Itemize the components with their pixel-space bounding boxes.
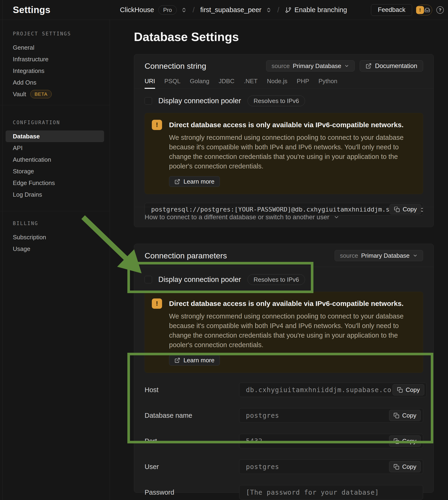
notifications-button[interactable]: !	[416, 5, 432, 15]
plan-badge: Pro	[158, 5, 177, 15]
warning-title: Direct database access is only available…	[169, 298, 416, 309]
sidebar-item-general[interactable]: General	[6, 42, 104, 53]
sidebar-item-api[interactable]: API	[6, 142, 104, 154]
learn-more-button[interactable]: Learn more	[169, 355, 220, 366]
learn-more-button[interactable]: Learn more	[169, 176, 220, 187]
chevron-down-icon	[334, 214, 339, 220]
external-link-icon	[175, 179, 180, 184]
display-connection-pooler-checkbox[interactable]	[144, 276, 152, 283]
port-label: Port	[144, 437, 239, 445]
tab-psql[interactable]: PSQL	[164, 78, 180, 88]
copy-icon	[394, 464, 399, 470]
user-value: postgres	[246, 463, 279, 471]
source-select-label: source	[272, 63, 290, 70]
sidebar-item-storage[interactable]: Storage	[6, 166, 104, 177]
copy-host-button[interactable]: Copy	[393, 384, 424, 395]
org-selector-chevrons-icon[interactable]	[181, 7, 187, 13]
copy-user-button[interactable]: Copy	[389, 461, 421, 472]
ipv6-warning-callout: ! Direct database access is only availab…	[144, 113, 423, 194]
breadcrumb-separator: /	[191, 6, 196, 14]
documentation-button[interactable]: Documentation	[360, 60, 423, 71]
database-name-row: Database name postgres Copy	[144, 408, 423, 423]
sidebar-item-authentication[interactable]: Authentication	[6, 154, 104, 166]
app-window: Settings ClickHouse Pro / first_supabase…	[0, 0, 448, 500]
password-row: Password [The password for your database…	[144, 485, 423, 500]
source-select[interactable]: source Primary Database	[335, 250, 423, 261]
chevron-down-icon	[413, 253, 418, 258]
connect-help-expander[interactable]: How to connect to a different database o…	[134, 207, 433, 227]
tab-jdbc[interactable]: JDBC	[219, 78, 235, 88]
sidebar-item-edge-functions[interactable]: Edge Functions	[6, 177, 104, 189]
user-label: User	[144, 463, 239, 471]
enable-branching-label: Enable branching	[295, 6, 347, 14]
copy-icon	[394, 413, 399, 418]
connection-string-card: Connection string source Primary Databas…	[134, 54, 434, 227]
connection-parameters-card: Connection parameters source Primary Dat…	[134, 244, 434, 493]
password-placeholder: [The password for your database]	[246, 489, 379, 496]
connection-string-tabs: URI PSQL Golang JDBC .NET Node.js PHP Py…	[134, 71, 433, 88]
resolves-to-ipv6-badge: Resolves to IPv6	[248, 96, 305, 106]
port-field[interactable]: 5432 Copy	[239, 434, 423, 448]
ipv6-warning-callout: ! Direct database access is only availab…	[144, 292, 423, 373]
warning-icon: !	[152, 299, 162, 309]
connection-parameters-title: Connection parameters	[144, 251, 227, 260]
settings-sidebar: PROJECT SETTINGS General Infrastructure …	[0, 20, 110, 500]
port-value: 5432	[246, 437, 262, 445]
tab-uri[interactable]: URI	[144, 78, 155, 88]
tab-dotnet[interactable]: .NET	[244, 78, 257, 88]
sidebar-item-infrastructure[interactable]: Infrastructure	[6, 53, 104, 65]
sidebar-item-integrations[interactable]: Integrations	[6, 65, 104, 77]
sidebar-section-billing: BILLING	[13, 221, 110, 226]
project-selector-chevrons-icon[interactable]	[266, 7, 272, 13]
sidebar-section-configuration: CONFIGURATION	[13, 120, 110, 125]
password-field[interactable]: [The password for your database]	[239, 485, 423, 500]
tab-golang[interactable]: Golang	[190, 78, 209, 88]
connection-parameter-fields: Host db.cxhygiuitamxhniiddjm.supabase.co…	[134, 383, 433, 500]
sidebar-item-subscription[interactable]: Subscription	[6, 231, 104, 243]
host-value: db.cxhygiuitamxhniiddjm.supabase.co	[246, 386, 391, 394]
warning-icon: !	[152, 120, 162, 130]
password-label: Password	[144, 489, 239, 496]
tab-nodejs[interactable]: Node.js	[267, 78, 287, 88]
help-icon[interactable]: ?	[436, 6, 444, 14]
top-header: Settings ClickHouse Pro / first_supabase…	[0, 0, 448, 20]
sidebar-item-database[interactable]: Database	[6, 131, 104, 142]
copy-icon	[394, 438, 399, 444]
enable-branching-button[interactable]: Enable branching	[285, 6, 347, 14]
copy-icon	[397, 387, 403, 393]
sidebar-item-log-drains[interactable]: Log Drains	[6, 189, 104, 200]
resolves-to-ipv6-badge: Resolves to IPv6	[248, 274, 305, 285]
user-field[interactable]: postgres Copy	[239, 459, 423, 474]
database-name-value: postgres	[246, 412, 279, 419]
org-name[interactable]: ClickHouse	[120, 6, 154, 14]
tab-php[interactable]: PHP	[297, 78, 309, 88]
sidebar-item-vault[interactable]: Vault BETA	[6, 88, 104, 100]
copy-database-name-button[interactable]: Copy	[389, 410, 421, 421]
host-field[interactable]: db.cxhygiuitamxhniiddjm.supabase.co Copy	[239, 383, 427, 397]
inbox-tray-icon	[424, 7, 430, 13]
sidebar-section-project-settings: PROJECT SETTINGS	[13, 31, 110, 37]
host-label: Host	[144, 386, 239, 394]
tab-python[interactable]: Python	[319, 78, 337, 88]
breadcrumb-separator: /	[276, 6, 281, 14]
page-title-settings: Settings	[13, 5, 50, 15]
source-select[interactable]: source Primary Database	[266, 60, 355, 71]
header-actions: Feedback ! ?	[371, 0, 444, 20]
feedback-button[interactable]: Feedback	[371, 4, 412, 16]
display-connection-pooler-label: Display connection pooler	[158, 275, 241, 284]
external-link-icon	[366, 63, 372, 69]
source-select-value: Primary Database	[361, 252, 410, 259]
database-name-field[interactable]: postgres Copy	[239, 408, 423, 423]
copy-port-button[interactable]: Copy	[389, 435, 421, 447]
sidebar-item-usage[interactable]: Usage	[6, 243, 104, 255]
display-connection-pooler-checkbox[interactable]	[144, 97, 152, 105]
git-branch-icon	[285, 7, 291, 13]
project-name[interactable]: first_supabase_peer	[200, 6, 261, 14]
sidebar-item-add-ons[interactable]: Add Ons	[6, 77, 104, 88]
warning-title: Direct database access is only available…	[169, 119, 416, 131]
breadcrumb: ClickHouse Pro / first_supabase_peer / E…	[120, 0, 347, 20]
user-row: User postgres Copy	[144, 459, 423, 474]
warning-body: We strongly recommend using connection p…	[169, 312, 412, 350]
port-row: Port 5432 Copy	[144, 434, 423, 448]
connection-string-title: Connection string	[144, 62, 206, 71]
